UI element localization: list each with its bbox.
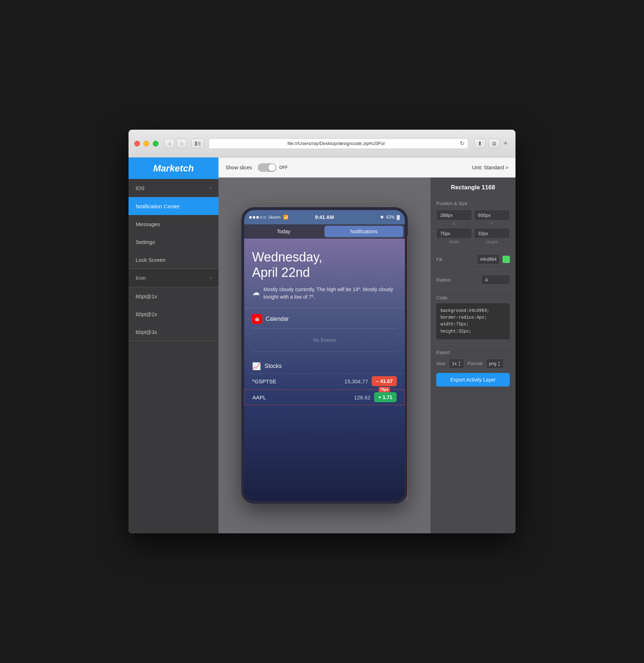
aapl-name: AAPL [252,394,354,400]
panel-section-code: Code background:#4cd964; border-radius:4… [431,290,515,345]
width-value[interactable]: 75px [436,228,472,239]
sidebar-item-60pt-3x-label: 60pt@3x [136,329,157,335]
refresh-button[interactable]: ↻ [460,140,464,147]
code-line-3: width:75px; [441,321,505,328]
sidebar-item-ios[interactable]: iOS › [129,179,218,197]
phone-stocks-section: 📈 Stocks ^GSPTSE 15,304,77 – 41.67 [244,358,405,405]
fill-label: Fill [436,257,442,262]
stocks-header: 📈 Stocks [244,358,405,373]
phone-wrapper: Sketch 📶 9:41 AM ✱ 42% ▓ [241,207,408,504]
canvas[interactable]: Sketch 📶 9:41 AM ✱ 42% ▓ [218,178,431,533]
sidebar-item-60pt-3x[interactable]: 60pt@3x [129,323,218,341]
status-right: ✱ 42% ▓ [380,215,400,220]
chevron-icon: › [210,185,211,190]
sidebar-item-settings[interactable]: Settings [129,233,218,251]
fill-value-container: #4cd964 [477,254,510,264]
phone-tab-today[interactable]: Today [244,224,323,239]
back-button[interactable]: ‹ [164,139,175,149]
sidebar-section-ios: iOS › [129,179,218,197]
carrier-label: Sketch [268,215,281,219]
address-bar[interactable]: file:///Users/ray/Desktop/designcode.zip… [208,138,468,149]
sidebar-item-lock-screen[interactable]: Lock Screen [129,251,218,269]
maximize-button[interactable] [153,141,159,146]
gsptse-change: – 41.67 [372,376,397,386]
sidebar-item-icon-label: Icon [136,275,146,281]
forward-button[interactable]: › [176,139,187,149]
format-stepper-up-icon: ▲ [498,360,500,364]
duplicate-button[interactable]: ⧉ [488,139,500,149]
export-button-label: Export Activity Layer [451,377,496,383]
stepper-up-icon: ▲ [458,360,461,364]
phone-date-section: Wednesday,April 22nd ☁ Mostly cloudy cur… [244,239,405,308]
position-item-x: 288px X [436,210,472,226]
unit-selector[interactable]: Unit: Standard > [472,165,508,170]
sidebar-item-60pt-1x-label: 60pt@1x [136,293,157,299]
format-select[interactable]: png ▲ ▼ [486,359,504,369]
panel-section-export: Export Size 1x ▲ ▼ Format [431,345,515,392]
sidebar: Marketch iOS › Notification Center Messa… [129,158,218,533]
status-time: 9:41 AM [315,214,334,220]
app-logo: Marketch [153,163,194,174]
new-tab-button[interactable]: + [501,139,510,148]
x-value[interactable]: 288px [436,210,472,220]
panel-section-radius: Radius 4 [431,270,515,290]
radius-label: Radius [436,277,451,283]
sidebar-item-icon[interactable]: Icon › [129,269,218,287]
position-size-label: Position & Size [436,201,510,206]
fill-row: Fill #4cd964 [436,254,510,264]
height-value[interactable]: 32px [474,228,510,239]
calendar-icon: 📅 [252,314,262,324]
sidebar-item-60pt-2x-label: 60pt@2x [136,311,157,317]
stepper-down-icon: ▼ [458,364,461,367]
calendar-label: Calendar [266,316,289,322]
traffic-lights [134,141,159,146]
nav-buttons: ‹ › [164,139,187,149]
sidebar-item-messages[interactable]: Messages [129,215,218,233]
phone-calendar-header: 📅 Calendar [252,314,397,324]
position-item-height: 32px Height [474,228,510,244]
app-content: Marketch iOS › Notification Center Messa… [129,158,515,533]
radius-value[interactable]: 4 [481,275,510,285]
show-slices-toggle[interactable] [258,163,276,172]
sidebar-item-60pt-2x[interactable]: 60pt@2x [129,305,218,323]
fill-color-swatch[interactable] [503,256,510,263]
unit-label: Unit: [472,165,482,170]
canvas-area: Sketch 📶 9:41 AM ✱ 42% ▓ [218,178,515,533]
aapl-price: 128.62 [354,394,371,400]
share-button[interactable]: ⬆ [474,139,485,149]
sidebar-item-notification-center[interactable]: Notification Center [129,197,218,215]
width-label: Width [436,240,472,244]
fill-hex[interactable]: #4cd964 [477,254,500,264]
position-item-width: 75px Width [436,228,472,244]
svg-rect-0 [195,141,197,146]
bluetooth-icon: ✱ [380,215,384,220]
size-label: Size [436,361,445,366]
sidebar-item-60pt-1x[interactable]: 60pt@1x [129,287,218,305]
signal-dot-1 [249,216,252,219]
height-label: Height [474,240,510,244]
format-stepper-down-icon: ▼ [498,364,500,367]
format-value: png [489,361,496,366]
phone-content: Wednesday,April 22nd ☁ Mostly cloudy cur… [244,239,405,501]
position-item-y: 600px Y [474,210,510,226]
phone-tab-bar: Today Notifications [244,224,405,239]
sidebar-section-icon-sizes: 60pt@1x 60pt@2x 60pt@3x [129,287,218,341]
sidebar-item-messages-label: Messages [136,221,160,227]
toggle-label: OFF [279,165,288,170]
code-line-4: height:32px; [441,328,505,335]
x-label: X [436,221,472,226]
y-value[interactable]: 600px [474,210,510,220]
status-dots: Sketch 📶 [249,215,288,220]
toggle-knob [268,164,276,171]
format-stepper-arrows: ▲ ▼ [498,360,500,367]
battery-label: 42% [386,215,394,220]
size-select[interactable]: 1x ▲ ▼ [449,359,464,369]
show-slices-label: Show slices [226,165,252,170]
y-label: Y [474,221,510,226]
sidebar-toggle-button[interactable] [191,139,204,149]
phone-tab-notifications[interactable]: Notifications [324,226,403,237]
toggle-container: OFF [258,163,288,172]
export-activity-layer-button[interactable]: Export Activity Layer [436,373,510,387]
close-button[interactable] [134,141,140,146]
minimize-button[interactable] [144,141,149,146]
